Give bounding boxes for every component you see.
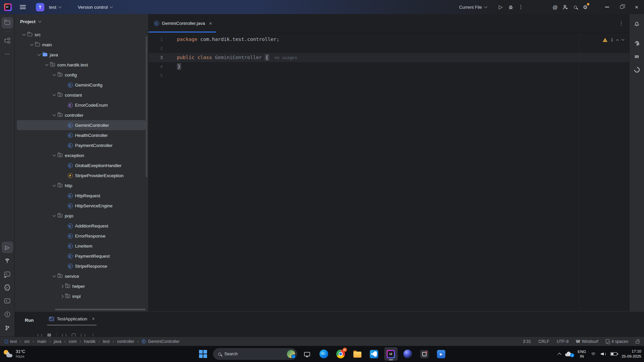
tree-item[interactable]: src <box>17 30 146 40</box>
chevron-down-icon[interactable] <box>53 153 56 156</box>
git-branch-button[interactable] <box>2 322 13 333</box>
more-actions-button[interactable]: ⋮ <box>516 2 526 12</box>
weather-widget[interactable]: 31°C Haze <box>3 349 25 359</box>
run-config-selector[interactable]: Current File <box>459 5 487 10</box>
breadcrumb-item[interactable]: CGeminiController <box>142 339 180 344</box>
tree-item[interactable]: ⚡StripeProviderException <box>17 170 146 180</box>
code-area[interactable]: 1package com.hardik.test.controller;23pu… <box>149 33 629 311</box>
edge-app-button[interactable] <box>317 347 331 361</box>
file-explorer-app-button[interactable] <box>351 347 364 361</box>
close-button[interactable]: × <box>629 0 644 14</box>
build-hammer-button[interactable] <box>2 255 13 266</box>
minimize-button[interactable] <box>600 0 614 14</box>
main-menu-button[interactable] <box>20 5 26 9</box>
wifi-icon[interactable] <box>590 352 596 356</box>
tab-options-button[interactable]: ⋮ <box>618 14 624 33</box>
chevron-right-icon[interactable] <box>60 285 63 288</box>
vscode-app-button[interactable] <box>367 347 381 361</box>
tree-item[interactable]: CPaymentRequest <box>17 251 146 261</box>
chevron-down-icon[interactable] <box>38 52 41 56</box>
tree-item[interactable]: CStripeResponse <box>17 261 146 271</box>
run-button[interactable]: ▷ <box>2 242 13 253</box>
project-folder-button[interactable] <box>2 17 13 29</box>
tree-item[interactable]: service <box>17 271 146 281</box>
tree-item[interactable]: CLineItem <box>17 241 146 251</box>
tree-item[interactable]: CAdditionRequest <box>17 221 146 231</box>
code-line[interactable]: 1package com.hardik.test.controller; <box>149 35 629 44</box>
tree-item[interactable]: CGlobalExeptionHandler <box>17 160 146 170</box>
run-button[interactable]: ▷ <box>496 2 506 12</box>
gradle-button[interactable] <box>631 64 643 75</box>
project-selector[interactable]: test <box>49 5 61 10</box>
tree-item[interactable]: exception <box>17 150 146 160</box>
breadcrumb-item[interactable]: controller <box>117 339 134 344</box>
breadcrumb-item[interactable]: java <box>54 339 61 344</box>
rerun-icon[interactable] <box>38 333 42 337</box>
ai-chat-button[interactable] <box>631 37 643 49</box>
inspections-widget[interactable]: 1 <box>603 38 624 42</box>
chevron-down-icon[interactable] <box>22 32 26 36</box>
battery-icon[interactable] <box>610 352 617 356</box>
tree-item[interactable]: impl <box>17 291 146 301</box>
chevron-down-icon[interactable] <box>622 38 624 41</box>
coverage-icon[interactable] <box>81 333 85 337</box>
tree-item[interactable]: CErrorResponse <box>17 231 146 241</box>
chevron-up-icon[interactable] <box>616 39 619 42</box>
language-selector[interactable]: ENG IN <box>578 349 586 359</box>
tree-item[interactable]: CGeminiConfig <box>17 80 146 90</box>
debug-button[interactable] <box>506 2 516 12</box>
indent-widget[interactable]: 4 spaces <box>606 339 628 344</box>
structure-button[interactable] <box>2 35 13 46</box>
tree-item[interactable]: CGeminiController <box>17 120 146 130</box>
tree-item[interactable]: http <box>17 180 146 191</box>
breadcrumb-item[interactable]: test <box>103 339 110 344</box>
chevron-down-icon[interactable] <box>53 113 56 116</box>
search-everywhere-button[interactable] <box>570 2 580 12</box>
vertical-scrollbar[interactable] <box>146 36 147 177</box>
tree-item[interactable]: java <box>17 50 146 60</box>
horizontal-scrollbar[interactable] <box>55 309 146 310</box>
project-panel-header[interactable]: Project <box>15 14 148 29</box>
tree-item[interactable]: main <box>17 40 146 50</box>
volume-icon[interactable] <box>601 352 606 356</box>
sphere-app-button[interactable] <box>401 347 414 361</box>
code-line[interactable]: 4} <box>149 62 629 71</box>
intellij-app-button[interactable] <box>384 347 398 361</box>
tree-item[interactable]: config <box>17 70 146 80</box>
chevron-down-icon[interactable] <box>53 93 56 96</box>
caret-position[interactable]: 3:31 <box>523 339 531 344</box>
breadcrumb-item[interactable]: hardik <box>84 339 95 344</box>
tree-item[interactable]: helper <box>17 281 146 291</box>
file-encoding[interactable]: UTF-8 <box>557 339 568 344</box>
chevron-down-icon[interactable] <box>53 213 56 217</box>
pc-app-button[interactable] <box>300 347 314 361</box>
ai-assistant-button[interactable]: @ <box>550 2 560 12</box>
more-tools-button[interactable]: ⋯ <box>2 48 13 60</box>
tree-item[interactable]: constant <box>17 90 146 100</box>
chevron-down-icon[interactable] <box>30 42 33 46</box>
tree-item[interactable]: pojo <box>17 211 146 221</box>
code-line[interactable]: 2 <box>149 44 629 53</box>
chevron-down-icon[interactable] <box>53 72 56 76</box>
clock-widget[interactable]: 17:10 25-09-2025 <box>622 349 641 359</box>
tree-item[interactable]: com.hardik.test <box>17 60 146 70</box>
chevron-down-icon[interactable] <box>45 62 48 66</box>
breadcrumb-item[interactable]: test <box>5 339 17 344</box>
settings-button[interactable]: ⚙ <box>580 2 590 12</box>
line-separator[interactable]: CRLF <box>538 339 549 344</box>
restore-button[interactable] <box>614 0 629 14</box>
chevron-down-icon[interactable] <box>53 183 56 187</box>
run-tab[interactable]: TestApplication × <box>48 315 95 325</box>
breadcrumb-item[interactable]: main <box>37 339 46 344</box>
start-button[interactable] <box>196 347 210 361</box>
vcs-selector[interactable]: Version control <box>78 5 112 10</box>
unlock-icon[interactable] <box>636 341 639 344</box>
chevron-down-icon[interactable] <box>53 274 56 277</box>
restart-icon[interactable] <box>62 333 66 337</box>
tray-chevron-up-icon[interactable] <box>558 353 561 356</box>
dump-icon[interactable] <box>72 333 76 337</box>
breadcrumb-item[interactable]: src <box>24 339 30 344</box>
notifications-bell-button[interactable] <box>631 18 643 29</box>
code-line[interactable]: 3public class GeminiController {no usage… <box>149 53 629 62</box>
breadcrumb-item[interactable]: com <box>69 339 77 344</box>
